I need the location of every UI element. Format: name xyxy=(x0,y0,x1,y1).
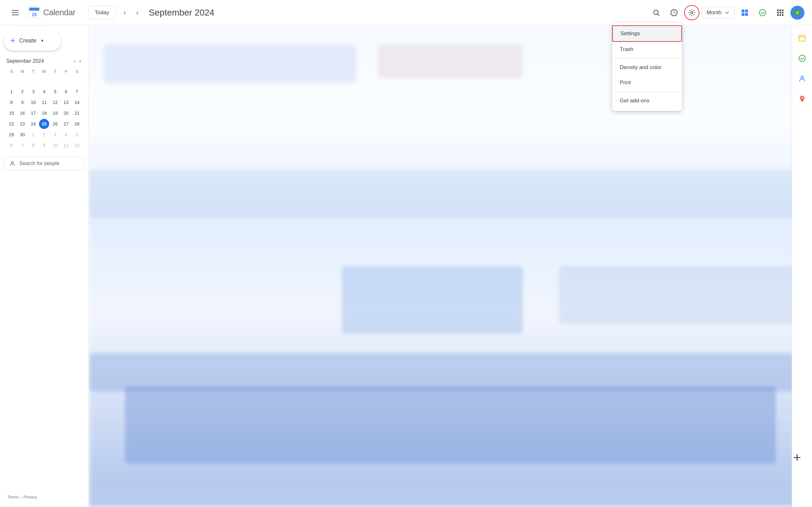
today-button[interactable]: Today xyxy=(88,6,116,19)
mini-cal-day[interactable] xyxy=(72,76,82,86)
dropdown-settings-item[interactable]: Settings xyxy=(612,25,682,42)
mini-cal-day-8[interactable]: 8 xyxy=(6,97,16,107)
next-month-button[interactable]: › xyxy=(131,6,144,19)
mini-cal-day-24[interactable]: 24 xyxy=(28,119,38,129)
month-selector[interactable]: Month xyxy=(702,7,734,19)
search-people-input[interactable]: Search for people xyxy=(4,157,85,170)
mini-cal-day-23[interactable]: 23 xyxy=(17,119,28,129)
dropdown-addons-item[interactable]: Get add-ons xyxy=(612,93,682,108)
mini-cal-day-30[interactable]: 30 xyxy=(17,130,28,140)
tasks-right-icon[interactable] xyxy=(795,51,810,66)
mini-cal-day-11[interactable]: 11 xyxy=(39,97,49,107)
mini-cal-day-16[interactable]: 16 xyxy=(17,108,28,118)
user-avatar[interactable] xyxy=(791,6,804,20)
svg-rect-15 xyxy=(780,9,781,11)
maps-right-icon[interactable] xyxy=(795,91,810,107)
mini-cal-day-15[interactable]: 15 xyxy=(6,108,16,118)
mini-cal-day-10[interactable]: 10 xyxy=(28,97,38,107)
mini-cal-day-14[interactable]: 14 xyxy=(72,97,82,107)
mini-cal-day[interactable] xyxy=(17,76,28,86)
mini-cal-day-18[interactable]: 18 xyxy=(39,108,49,118)
help-button[interactable]: ? xyxy=(666,5,681,20)
view-toggle-button[interactable] xyxy=(737,5,752,20)
hamburger-button[interactable] xyxy=(8,5,23,20)
mini-cal-day-oct1[interactable]: 1 xyxy=(28,130,38,140)
mini-cal-day-oct12[interactable]: 12 xyxy=(72,140,82,151)
svg-rect-10 xyxy=(745,9,748,12)
mini-cal-day-oct7[interactable]: 7 xyxy=(17,140,28,151)
svg-rect-16 xyxy=(782,9,783,11)
settings-button[interactable] xyxy=(684,5,699,20)
mini-cal-next[interactable]: › xyxy=(78,57,82,65)
mini-cal-day-27[interactable]: 27 xyxy=(61,119,71,129)
mini-cal-day[interactable] xyxy=(28,76,38,86)
mini-cal-prev[interactable]: ‹ xyxy=(72,57,77,65)
mini-cal-day[interactable] xyxy=(50,76,60,86)
create-button[interactable]: + Create ▾ xyxy=(4,31,61,51)
mini-cal-day-25[interactable]: 25 xyxy=(39,119,49,129)
mini-cal-day-13[interactable]: 13 xyxy=(61,97,71,107)
terms-link[interactable]: Terms xyxy=(8,495,19,499)
mini-cal-day-1[interactable]: 1 xyxy=(6,87,16,97)
search-people-label: Search for people xyxy=(19,161,59,166)
dropdown-print-item[interactable]: Print xyxy=(612,75,682,90)
calendar-area xyxy=(89,25,812,507)
topbar-left: 25 Calendar xyxy=(8,5,75,20)
mini-cal-day[interactable] xyxy=(6,76,16,86)
apps-button[interactable] xyxy=(773,5,788,20)
mini-cal-day-oct3[interactable]: 3 xyxy=(50,130,60,140)
svg-rect-28 xyxy=(801,35,801,36)
mini-cal-day-19[interactable]: 19 xyxy=(50,108,60,118)
search-button[interactable] xyxy=(649,5,664,20)
svg-point-32 xyxy=(801,76,803,78)
mini-cal-day-3[interactable]: 3 xyxy=(28,87,38,97)
mini-cal-day-20[interactable]: 20 xyxy=(61,108,71,118)
topbar-center: Today ‹ › September 2024 xyxy=(75,6,649,19)
grid-icon xyxy=(741,9,749,16)
mini-cal-day-12[interactable]: 12 xyxy=(50,97,60,107)
search-icon xyxy=(653,9,660,16)
sidebar-bottom: Terms – Privacy xyxy=(4,492,85,502)
mini-cal-header-s2: S xyxy=(72,68,82,75)
mini-cal-day-oct8[interactable]: 8 xyxy=(28,140,38,151)
tasks-button[interactable] xyxy=(755,5,770,20)
mini-cal-day-26[interactable]: 26 xyxy=(50,119,60,129)
mini-cal-day-21[interactable]: 21 xyxy=(72,108,82,118)
mini-cal-header-m: M xyxy=(17,68,27,75)
svg-text:?: ? xyxy=(673,10,675,15)
mini-cal-day-oct9[interactable]: 9 xyxy=(39,140,49,151)
dropdown-trash-item[interactable]: Trash xyxy=(612,42,682,57)
mini-cal-day-6[interactable]: 6 xyxy=(61,87,71,97)
mini-cal-day-17[interactable]: 17 xyxy=(28,108,38,118)
mini-cal-day-7[interactable]: 7 xyxy=(72,87,82,97)
svg-point-8 xyxy=(691,12,693,14)
mini-cal-day-9[interactable]: 9 xyxy=(17,97,28,107)
add-fab-button[interactable] xyxy=(791,451,803,464)
mini-cal-day-oct6[interactable]: 6 xyxy=(6,140,16,151)
calendar-right-icon[interactable] xyxy=(795,31,810,46)
svg-text:25: 25 xyxy=(32,12,37,17)
privacy-link[interactable]: Privacy xyxy=(23,495,37,499)
hamburger-icon xyxy=(12,10,19,15)
mini-cal-day-22[interactable]: 22 xyxy=(6,119,16,129)
mini-cal-day-2[interactable]: 2 xyxy=(17,87,28,97)
mini-cal-day-oct10[interactable]: 10 xyxy=(50,140,60,151)
mini-cal-day-oct11[interactable]: 11 xyxy=(61,140,71,151)
mini-cal-day-5[interactable]: 5 xyxy=(50,87,60,97)
svg-rect-22 xyxy=(782,14,783,16)
mini-cal-header-f: F xyxy=(61,68,71,75)
mini-cal-day-oct2[interactable]: 2 xyxy=(39,130,49,140)
calendar-icon xyxy=(798,34,806,42)
mini-cal-day[interactable] xyxy=(39,76,49,86)
mini-cal-day[interactable] xyxy=(61,76,71,86)
dropdown-density-color-item[interactable]: Density and color xyxy=(612,60,682,75)
mini-cal-day-4[interactable]: 4 xyxy=(39,87,49,97)
mini-cal-day-28[interactable]: 28 xyxy=(72,119,82,129)
dropdown-divider xyxy=(612,58,682,59)
mini-cal-day-oct4[interactable]: 4 xyxy=(61,130,71,140)
people-right-icon[interactable] xyxy=(795,71,810,86)
prev-month-button[interactable]: ‹ xyxy=(118,6,131,19)
svg-rect-27 xyxy=(799,36,805,41)
mini-cal-day-29[interactable]: 29 xyxy=(6,130,16,140)
mini-cal-day-oct5[interactable]: 5 xyxy=(72,130,82,140)
